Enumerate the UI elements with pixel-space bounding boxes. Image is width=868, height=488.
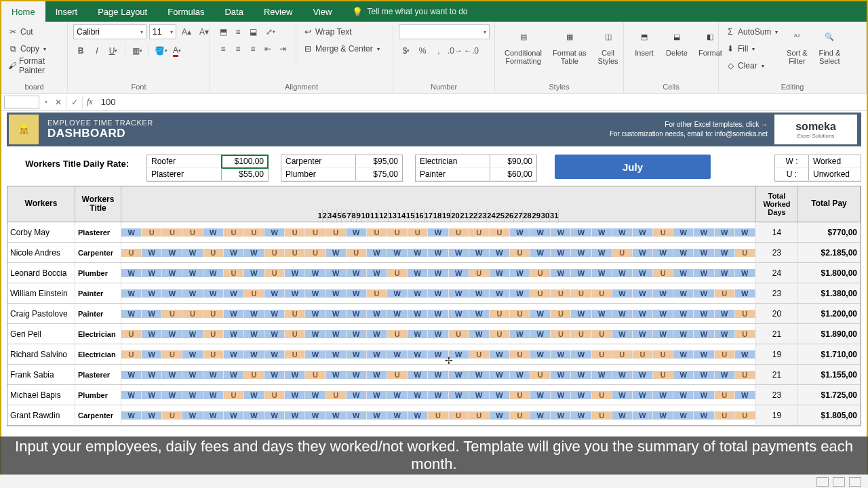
day-cell[interactable]: W — [449, 249, 469, 257]
day-cell[interactable]: W — [551, 350, 571, 359]
day-cell[interactable]: U — [305, 228, 326, 237]
day-cell[interactable]: W — [264, 350, 285, 359]
day-cell[interactable]: U — [142, 228, 162, 237]
day-cell[interactable]: W — [633, 269, 653, 277]
day-cell[interactable]: W — [347, 310, 367, 318]
sort-filter-button[interactable]: ᴬᶻSort & Filter — [782, 24, 812, 66]
wrap-text-button[interactable]: ↩Wrap Text — [302, 24, 381, 39]
day-cell[interactable]: U — [367, 289, 387, 298]
day-cell[interactable]: W — [694, 411, 714, 420]
col-twd[interactable]: Total Worked Days — [756, 186, 798, 222]
day-header[interactable]: 30 — [541, 209, 550, 222]
percent-format-button[interactable]: % — [415, 43, 430, 58]
cut-button[interactable]: ✂Cut — [7, 24, 62, 39]
day-cell[interactable]: U — [571, 330, 591, 338]
worker-name[interactable]: William Einstein — [7, 283, 75, 303]
day-cell[interactable]: U — [387, 371, 408, 379]
day-cell[interactable]: U — [653, 269, 673, 277]
total-pay[interactable]: $1.155,00 — [798, 365, 861, 384]
day-cell[interactable]: W — [347, 289, 367, 298]
day-cell[interactable]: U — [469, 350, 490, 359]
day-cell[interactable]: W — [244, 391, 264, 399]
day-cell[interactable]: W — [510, 330, 530, 338]
day-cell[interactable]: W — [203, 391, 224, 399]
day-cell[interactable]: W — [571, 228, 591, 237]
col-workers[interactable]: Workers — [7, 186, 75, 222]
day-cell[interactable]: W — [551, 249, 571, 257]
day-header[interactable]: 26 — [505, 209, 514, 222]
day-cell[interactable]: W — [224, 411, 244, 420]
day-cell[interactable]: U — [510, 411, 530, 420]
day-cell[interactable]: U — [347, 249, 367, 257]
day-cell[interactable]: W — [121, 289, 142, 298]
day-cell[interactable]: W — [347, 228, 367, 237]
total-pay[interactable]: $2.185,00 — [798, 243, 861, 262]
day-cell[interactable]: W — [510, 289, 530, 298]
day-cell[interactable]: W — [162, 371, 182, 379]
day-cell[interactable]: W — [449, 350, 469, 359]
day-cell[interactable]: W — [285, 269, 305, 277]
day-cell[interactable]: W — [244, 269, 264, 277]
day-header[interactable]: 3 — [328, 209, 332, 222]
day-cell[interactable]: W — [715, 330, 735, 338]
day-cell[interactable]: W — [121, 391, 142, 399]
day-cell[interactable]: W — [673, 310, 694, 318]
formula-input[interactable] — [97, 97, 867, 107]
total-pay[interactable]: $1.800,00 — [798, 263, 861, 283]
day-cell[interactable]: U — [162, 228, 182, 237]
italic-button[interactable]: I — [90, 43, 104, 58]
day-cell[interactable]: W — [203, 411, 224, 420]
total-worked-days[interactable]: 23 — [756, 385, 798, 405]
view-page-button[interactable] — [833, 477, 845, 487]
day-cell[interactable]: W — [612, 289, 633, 298]
day-cell[interactable]: W — [551, 411, 571, 420]
worker-name[interactable]: Richard Salvino — [7, 344, 75, 364]
day-cell[interactable]: W — [367, 350, 387, 359]
day-header[interactable]: 20 — [451, 209, 460, 222]
day-cell[interactable]: U — [449, 411, 469, 420]
day-cell[interactable]: W — [510, 269, 530, 277]
day-cell[interactable]: W — [142, 350, 162, 359]
day-cell[interactable]: U — [224, 228, 244, 237]
day-cell[interactable]: U — [285, 228, 305, 237]
tell-me[interactable]: 💡 Tell me what you want to do — [342, 1, 477, 22]
day-cell[interactable]: U — [490, 310, 510, 318]
day-cell[interactable]: W — [244, 411, 264, 420]
rate-value[interactable]: $75,00 — [356, 168, 402, 181]
day-cell[interactable]: W — [673, 330, 694, 338]
day-cell[interactable]: W — [428, 289, 448, 298]
format-as-table-button[interactable]: ▦Format as Table — [549, 24, 591, 66]
day-cell[interactable]: W — [428, 269, 448, 277]
day-cell[interactable]: W — [490, 391, 510, 399]
day-header[interactable]: 18 — [433, 209, 442, 222]
day-cell[interactable]: U — [469, 411, 490, 420]
day-cell[interactable]: W — [224, 371, 244, 379]
day-header[interactable]: 7 — [347, 209, 351, 222]
day-cell[interactable]: W — [305, 391, 326, 399]
day-cell[interactable]: W — [387, 391, 408, 399]
tab-view[interactable]: View — [303, 1, 342, 22]
day-cell[interactable]: W — [633, 371, 653, 379]
day-cell[interactable]: W — [408, 310, 428, 318]
day-cell[interactable]: W — [182, 411, 203, 420]
day-cell[interactable]: W — [285, 411, 305, 420]
day-cell[interactable]: W — [633, 310, 653, 318]
day-header[interactable]: 19 — [442, 209, 451, 222]
day-cell[interactable]: U — [162, 411, 182, 420]
day-cell[interactable]: U — [305, 371, 326, 379]
day-cell[interactable]: W — [367, 269, 387, 277]
fill-button[interactable]: ⬇Fill▾ — [724, 41, 779, 56]
accounting-format-button[interactable]: $▾ — [399, 43, 414, 58]
total-pay[interactable]: $1.380,00 — [798, 283, 861, 303]
total-worked-days[interactable]: 19 — [756, 344, 798, 364]
decrease-indent-button[interactable]: ⇤ — [260, 41, 275, 56]
day-cell[interactable]: W — [612, 310, 633, 318]
day-cell[interactable]: W — [694, 371, 714, 379]
day-cell[interactable]: W — [428, 249, 448, 257]
day-cell[interactable]: W — [367, 249, 387, 257]
day-cell[interactable]: W — [469, 310, 490, 318]
align-bottom-button[interactable]: ⬓ — [245, 24, 260, 39]
day-cell[interactable]: U — [203, 249, 224, 257]
day-cell[interactable]: W — [408, 249, 428, 257]
day-cell[interactable]: U — [285, 249, 305, 257]
